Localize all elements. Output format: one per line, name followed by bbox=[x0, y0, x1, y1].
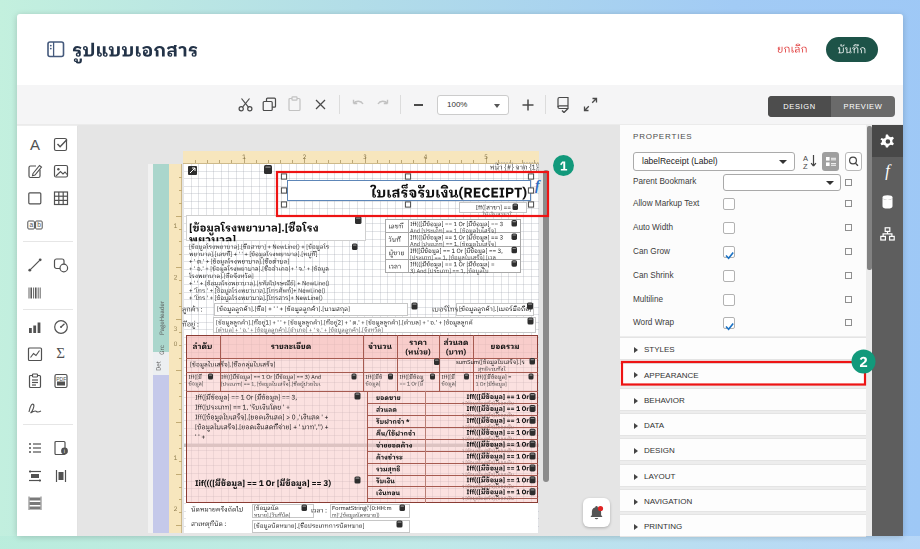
svg-text:b: b bbox=[37, 221, 41, 228]
svg-text:i: i bbox=[63, 448, 64, 454]
svg-text:a: a bbox=[29, 221, 33, 228]
svg-text:PDF: PDF bbox=[56, 376, 66, 382]
svg-text:Z: Z bbox=[803, 162, 808, 171]
